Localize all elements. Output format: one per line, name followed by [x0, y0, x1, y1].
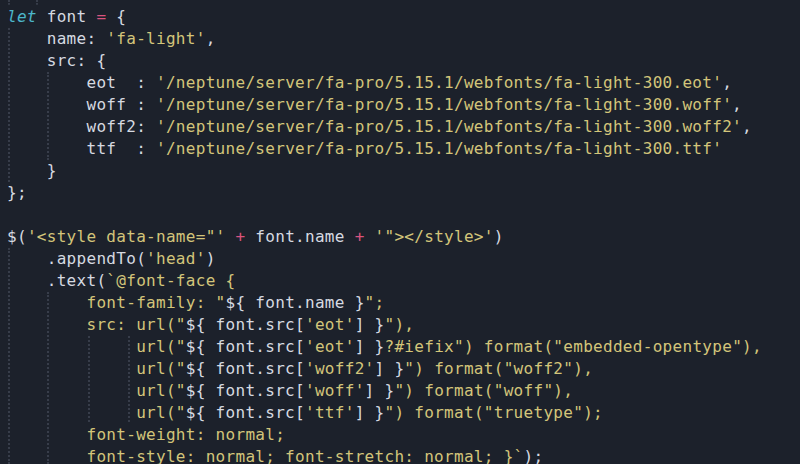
code-line[interactable]: .appendTo('head')	[7, 248, 800, 270]
code-token: .text(	[7, 271, 106, 290]
code-line[interactable]: $('<style data-name="' + font.name + '">…	[7, 226, 800, 248]
code-line[interactable]: font-weight: normal;	[7, 424, 800, 446]
code-token: 'ttf'	[305, 403, 355, 422]
code-token: +	[355, 227, 365, 246]
code-line[interactable]: eot : '/neptune/server/fa-pro/5.15.1/web…	[7, 72, 800, 94]
code-token: $(	[7, 227, 27, 246]
code-token: '/neptune/server/fa-pro/5.15.1/webfonts/…	[156, 73, 722, 92]
code-token: +	[235, 227, 245, 246]
code-token: '/neptune/server/fa-pro/5.15.1/webfonts/…	[156, 117, 742, 136]
code-token: '/neptune/server/fa-pro/5.15.1/webfonts/…	[156, 139, 722, 158]
code-token	[365, 227, 375, 246]
code-line[interactable]: .text(`@font-face {	[7, 270, 800, 292]
code-token: let	[7, 7, 37, 26]
code-token: src: {	[7, 51, 106, 70]
code-token: src: url("	[7, 315, 186, 334]
code-token: name:	[7, 29, 106, 48]
code-token: {	[106, 7, 126, 26]
code-line[interactable]: ttf : '/neptune/server/fa-pro/5.15.1/web…	[7, 138, 800, 160]
code-editor[interactable]: let font = { name: 'fa-light', src: { eo…	[0, 0, 800, 464]
code-line[interactable]: url("${ font.src['woff2'] }") format("wo…	[7, 358, 800, 380]
code-token: )	[206, 249, 216, 268]
code-line[interactable]: src: url("${ font.src['eot'] }"),	[7, 314, 800, 336]
code-token: '"></style>'	[375, 227, 494, 246]
code-token: ";	[365, 293, 385, 312]
code-token: '<style data-name="'	[27, 227, 226, 246]
code-token: woff2:	[7, 117, 156, 136]
code-token: ") format("truetype");	[384, 403, 603, 422]
code-token: url("	[7, 337, 186, 356]
code-token: url("	[7, 403, 186, 422]
code-token: ttf :	[7, 139, 156, 158]
code-token	[226, 227, 236, 246]
code-token: );	[524, 447, 544, 464]
indent-guide	[36, 0, 38, 5]
code-token: ${ font.src[	[186, 381, 305, 400]
code-token: 'woff2'	[305, 359, 375, 378]
code-line[interactable]: woff2: '/neptune/server/fa-pro/5.15.1/we…	[7, 116, 800, 138]
code-token: ] }	[365, 381, 395, 400]
code-token: 'eot'	[305, 337, 355, 356]
code-token: ${ font.name }	[226, 293, 365, 312]
code-token: `@font-face {	[106, 271, 235, 290]
code-line[interactable]: font-family: "${ font.name }";	[7, 292, 800, 314]
code-token: .appendTo(	[7, 249, 146, 268]
code-line[interactable]: url("${ font.src['eot'] }?#iefix") forma…	[7, 336, 800, 358]
code-token: 'fa-light'	[106, 29, 205, 48]
code-token: font	[37, 7, 97, 26]
code-content: let font = { name: 'fa-light', src: { eo…	[7, 6, 800, 464]
code-line[interactable]	[7, 204, 800, 226]
code-token: eot :	[7, 73, 156, 92]
code-line[interactable]: src: {	[7, 50, 800, 72]
code-token: ] }	[355, 337, 385, 356]
code-token: ,	[722, 73, 732, 92]
code-token: font-style: normal; font-stretch: normal…	[7, 447, 524, 464]
indent-guide	[8, 0, 10, 5]
code-token: ${ font.src[	[186, 403, 305, 422]
code-token: ") format("woff"),	[394, 381, 573, 400]
code-line[interactable]: url("${ font.src['ttf'] }") format("true…	[7, 402, 800, 424]
code-line[interactable]: url("${ font.src['woff'] }") format("wof…	[7, 380, 800, 402]
code-token: =	[96, 7, 106, 26]
code-token: ?#iefix") format("embedded-opentype"),	[384, 337, 761, 356]
code-token: ,	[742, 117, 752, 136]
code-token: 'head'	[146, 249, 206, 268]
code-line[interactable]: woff : '/neptune/server/fa-pro/5.15.1/we…	[7, 94, 800, 116]
code-token: };	[7, 183, 27, 202]
code-token: ] }	[375, 359, 405, 378]
code-token: ,	[732, 95, 742, 114]
code-token: 'woff'	[305, 381, 365, 400]
code-token: url("	[7, 381, 186, 400]
code-token: font-weight: normal;	[7, 425, 285, 444]
code-token: ${ font.src[	[186, 359, 305, 378]
code-token: "),	[384, 315, 414, 334]
code-token: 'eot'	[305, 315, 355, 334]
code-line[interactable]: font-style: normal; font-stretch: normal…	[7, 446, 800, 464]
code-line[interactable]: };	[7, 182, 800, 204]
code-token: ,	[206, 29, 216, 48]
code-token: ] }	[355, 315, 385, 334]
code-token: woff :	[7, 95, 156, 114]
code-token: ${ font.src[	[186, 337, 305, 356]
code-token: ") format("woff2"),	[404, 359, 593, 378]
code-line[interactable]: let font = {	[7, 6, 800, 28]
code-token: font.name	[245, 227, 354, 246]
code-token: )	[494, 227, 504, 246]
code-token: }	[7, 161, 57, 180]
code-token: ] }	[355, 403, 385, 422]
code-line[interactable]: name: 'fa-light',	[7, 28, 800, 50]
code-token: font-family: "	[7, 293, 226, 312]
code-token: '/neptune/server/fa-pro/5.15.1/webfonts/…	[156, 95, 732, 114]
code-token: ${ font.src[	[186, 315, 305, 334]
code-line[interactable]: }	[7, 160, 800, 182]
code-token: url("	[7, 359, 186, 378]
